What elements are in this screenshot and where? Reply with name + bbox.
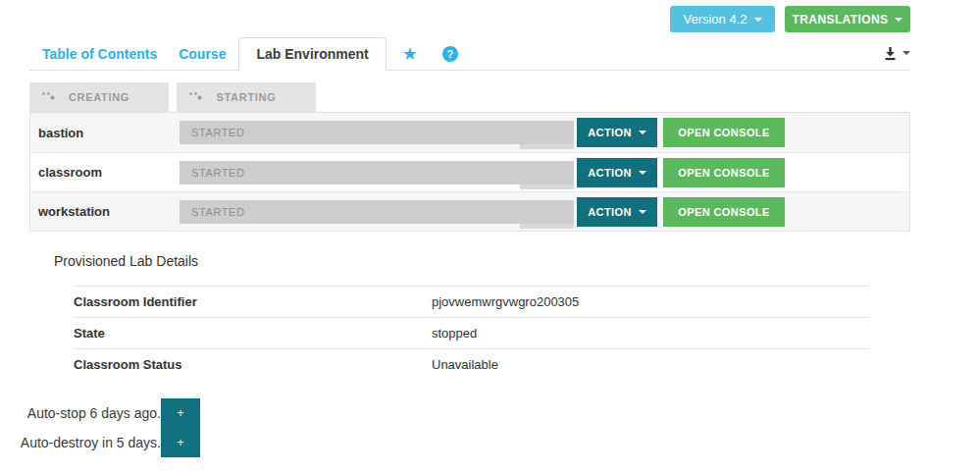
vm-name: bastion bbox=[30, 126, 180, 140]
autodestroy-text: Auto-destroy in 5 days. bbox=[0, 428, 161, 457]
status-tabs: CREATING STARTING bbox=[29, 82, 980, 112]
details-row: Classroom Identifier pjovwemwrgvwgro2003… bbox=[74, 286, 869, 317]
header: Version 4.2 TRANSLATIONS bbox=[0, 0, 980, 32]
autostop-extend-button[interactable]: + bbox=[161, 398, 200, 428]
action-label: ACTION bbox=[588, 206, 632, 218]
open-console-button[interactable]: OPEN CONSOLE bbox=[663, 197, 785, 227]
caret-down-icon bbox=[639, 131, 646, 134]
creating-label: CREATING bbox=[69, 91, 129, 103]
caret-down-icon bbox=[895, 18, 903, 22]
help-icon[interactable]: ? bbox=[442, 46, 458, 62]
download-icon bbox=[882, 45, 899, 61]
auto-lifecycle: Auto-stop 6 days ago. + Auto-destroy in … bbox=[0, 398, 980, 457]
action-dropdown-button[interactable]: ACTION bbox=[577, 158, 657, 187]
version-dropdown-button[interactable]: Version 4.2 bbox=[670, 6, 775, 32]
autostop-text: Auto-stop 6 days ago. bbox=[0, 398, 161, 428]
caret-down-icon bbox=[639, 210, 646, 214]
open-console-button[interactable]: OPEN CONSOLE bbox=[663, 118, 785, 147]
vm-row-bastion: bastion STARTED ACTION OPEN CONSOLE bbox=[30, 113, 909, 152]
caret-down-icon bbox=[754, 18, 762, 22]
action-dropdown-button[interactable]: ACTION bbox=[577, 197, 657, 227]
version-label: Version 4.2 bbox=[683, 12, 747, 26]
progress-bar: STARTED bbox=[180, 161, 574, 184]
progress-step bbox=[520, 144, 574, 149]
lab-environment-page: Version 4.2 TRANSLATIONS Table of Conten… bbox=[0, 0, 980, 474]
action-label: ACTION bbox=[588, 127, 632, 138]
progress-step bbox=[520, 224, 574, 229]
translations-dropdown-button[interactable]: TRANSLATIONS bbox=[785, 6, 910, 32]
vm-status: STARTED bbox=[180, 206, 245, 218]
tab-starting[interactable]: STARTING bbox=[177, 82, 316, 112]
progress-bar: STARTED bbox=[180, 200, 574, 224]
starting-label: STARTING bbox=[216, 91, 276, 103]
translations-label: TRANSLATIONS bbox=[793, 13, 889, 26]
download-dropdown-button[interactable] bbox=[882, 45, 910, 63]
detail-value: Unavailable bbox=[432, 357, 498, 372]
vm-row-classroom: classroom STARTED ACTION OPEN CONSOLE bbox=[30, 152, 909, 191]
detail-label: Classroom Identifier bbox=[74, 294, 432, 309]
vm-row-workstation: workstation STARTED ACTION OPEN CONSOLE bbox=[30, 191, 909, 231]
caret-down-icon bbox=[903, 51, 910, 55]
dots-icon bbox=[188, 91, 204, 102]
section-title: Provisioned Lab Details bbox=[54, 253, 980, 269]
vm-status: STARTED bbox=[180, 127, 245, 138]
tab-creating[interactable]: CREATING bbox=[29, 82, 169, 112]
autodestroy-row: Auto-destroy in 5 days. + bbox=[0, 428, 980, 457]
vm-name: workstation bbox=[30, 204, 180, 219]
tab-lab-environment[interactable]: Lab Environment bbox=[238, 37, 386, 71]
vm-status: STARTED bbox=[180, 167, 245, 179]
autodestroy-extend-button[interactable]: + bbox=[161, 428, 200, 457]
details-row: Classroom Status Unavailable bbox=[74, 348, 869, 380]
open-console-button[interactable]: OPEN CONSOLE bbox=[663, 158, 785, 187]
vm-table: bastion STARTED ACTION OPEN CONSOLE clas… bbox=[29, 112, 910, 232]
tab-bar: Table of Contents Course Lab Environment… bbox=[29, 37, 910, 71]
detail-value: stopped bbox=[432, 326, 477, 341]
action-label: ACTION bbox=[588, 167, 632, 179]
tab-course[interactable]: Course bbox=[179, 46, 226, 62]
star-icon[interactable]: ★ bbox=[402, 45, 418, 63]
progress-bar: STARTED bbox=[180, 121, 574, 144]
detail-label: State bbox=[74, 326, 432, 341]
detail-value: pjovwemwrgvwgro200305 bbox=[432, 294, 579, 309]
progress-step bbox=[520, 184, 574, 189]
autostop-row: Auto-stop 6 days ago. + bbox=[0, 398, 980, 428]
details-row: State stopped bbox=[74, 317, 869, 348]
tab-table-of-contents[interactable]: Table of Contents bbox=[42, 46, 157, 62]
caret-down-icon bbox=[639, 171, 646, 175]
dots-icon bbox=[41, 91, 57, 102]
details-table: Classroom Identifier pjovwemwrgvwgro2003… bbox=[74, 286, 869, 380]
action-dropdown-button[interactable]: ACTION bbox=[577, 118, 657, 147]
vm-name: classroom bbox=[30, 165, 180, 180]
detail-label: Classroom Status bbox=[74, 357, 432, 372]
